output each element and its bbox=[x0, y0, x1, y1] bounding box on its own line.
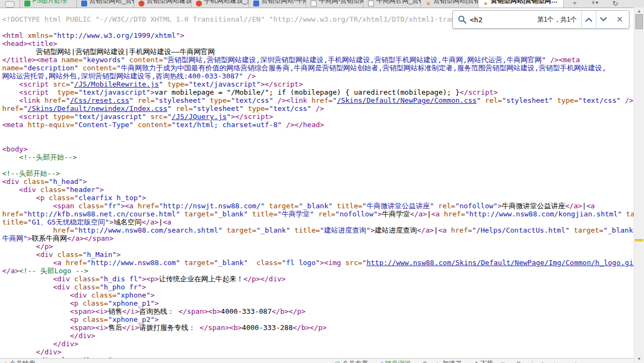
code-token: </b></p> bbox=[272, 307, 306, 315]
tab-3[interactable]: 营销型网站建设_牛… bbox=[134, 0, 192, 8]
tab-5[interactable]: 营销型网站-牛商网 bbox=[249, 0, 306, 8]
code-token: <link bbox=[2, 96, 44, 104]
status-item-gear[interactable]: ⚙ bbox=[423, 359, 429, 363]
code-token: > bbox=[109, 218, 114, 226]
status-item-phone[interactable]: ▯随身浏览 bbox=[380, 359, 411, 363]
find-input[interactable]: <h2 bbox=[470, 16, 537, 24]
status-item-sep[interactable]: | bbox=[531, 359, 535, 363]
code-token bbox=[2, 226, 53, 234]
status-item-circle[interactable]: ◔ bbox=[574, 359, 579, 363]
scroll-up-arrow[interactable]: ▲ bbox=[634, 9, 644, 14]
code-token: <div bbox=[2, 250, 57, 259]
code-token: "text/html; charset=utf-8" bbox=[172, 121, 282, 129]
code-line: <script type="text/javascript">var mobil… bbox=[2, 88, 644, 96]
status-item-gear[interactable]: ⚙ bbox=[516, 359, 523, 363]
code-line: <html xmlns="http://www.w3.org/1999/xhtm… bbox=[2, 31, 644, 39]
code-token: ></script> bbox=[260, 80, 303, 88]
code-token: </b></p> bbox=[293, 324, 327, 332]
code-token: <div bbox=[2, 275, 74, 283]
code-token: /><meta bbox=[546, 56, 580, 64]
dl-icon: ⬇ bbox=[474, 361, 478, 363]
code-token: href= bbox=[451, 226, 472, 234]
page-icon bbox=[311, 1, 317, 6]
find-next-button[interactable] bbox=[596, 11, 610, 28]
scroll-down-arrow[interactable]: ▼ bbox=[634, 357, 644, 362]
code-line: </p> bbox=[2, 242, 644, 250]
find-bar: <h2 第1个，共1个 ✕ bbox=[452, 10, 629, 29]
status-item-arrow[interactable]: ↓ bbox=[553, 359, 557, 363]
code-line: <div class="xphone"> bbox=[2, 291, 644, 299]
status-item-label: 会员专享 bbox=[342, 360, 368, 363]
code-token: target= bbox=[180, 210, 214, 218]
code-token: "nofollow" bbox=[455, 202, 497, 210]
source-link[interactable]: /Css/reset.css bbox=[70, 96, 129, 104]
code-token: <script bbox=[2, 88, 57, 96]
code-line: <div class="h_pho fr"> bbox=[2, 283, 644, 291]
tab-9-active[interactable]: ★营销型网站|营销型网… bbox=[478, 0, 564, 8]
find-previous-button[interactable] bbox=[581, 11, 596, 28]
source-link[interactable]: http://www.nsw88.com/Skins/Default/NewPa… bbox=[366, 259, 638, 267]
tab-8[interactable]: ★营销型网站|营销型… bbox=[421, 0, 478, 8]
code-token: "建站进度查询" bbox=[320, 226, 371, 234]
vertical-scrollbar[interactable]: ▲ ▼ bbox=[634, 8, 644, 363]
code-line: name="description" content="牛商网致力于成为中国最有… bbox=[2, 64, 644, 72]
source-link[interactable]: /Skins/Default/NewPage/Common.css bbox=[337, 96, 476, 104]
code-line: 营销型网站|营销型网站建设|手机网站建设——牛商网官网 bbox=[2, 48, 644, 56]
status-item-rocket[interactable]: ➤加速器 bbox=[436, 359, 462, 363]
chevron-down-icon bbox=[600, 17, 607, 22]
code-line: <script type="text/javascript" src="/JS/… bbox=[2, 113, 644, 121]
code-token: ></script> bbox=[231, 113, 273, 121]
tab-6[interactable]: 牛商网-营销型网站… bbox=[306, 0, 364, 8]
code-token: rel= bbox=[314, 210, 335, 218]
tab-label: PS图片处理 bbox=[32, 0, 67, 5]
status-item-dl[interactable]: ⬇下载 bbox=[474, 359, 493, 363]
source-link[interactable]: /JS/JQuery.js bbox=[172, 113, 227, 121]
code-line: <div class="h_dis fl"><p>让传统企业在网上牛起来！</p… bbox=[2, 275, 644, 283]
code-token: > bbox=[150, 291, 155, 299]
tab-1[interactable]: PS图片处理 bbox=[19, 0, 77, 8]
tab-7[interactable]: 牛商网官网_营销型… bbox=[364, 0, 421, 8]
code-line: </title><meta name="keywords" content="营… bbox=[2, 56, 644, 64]
source-link[interactable]: /Skins/Default/newindex/Index.css bbox=[28, 104, 167, 113]
code-token: <!DOCTYPE html PUBLIC "-//W3C//DTD XHTML… bbox=[2, 15, 515, 23]
status-member-sale[interactable]: ✩会员特卖 bbox=[3, 359, 35, 363]
code-token: "牛商网致力于成为中国最有价值的网络营销综合服务商,牛商网是营销型网站创始者,营… bbox=[116, 64, 606, 72]
code-token: " bbox=[167, 104, 172, 113]
search-icon bbox=[458, 15, 466, 24]
status-item-ring[interactable]: ◯会员专享 bbox=[334, 359, 368, 363]
code-token: "stylesheet" bbox=[155, 96, 206, 104]
code-token: "header" bbox=[65, 186, 100, 194]
code-token: "stylesheet" bbox=[502, 96, 553, 104]
code-token: class= bbox=[40, 186, 65, 194]
tab-2[interactable]: 营销型网站_营销型… bbox=[77, 0, 134, 8]
code-token: <!--头部开始--> bbox=[2, 153, 77, 161]
find-close-button[interactable]: ✕ bbox=[610, 11, 629, 28]
tab-4[interactable]: 手机网站建设_营销… bbox=[192, 0, 249, 8]
code-token: class= bbox=[78, 202, 104, 210]
new-tab-button[interactable]: + bbox=[568, 0, 581, 8]
session-restore-button[interactable]: ↻ bbox=[607, 0, 623, 8]
code-token: content= bbox=[125, 56, 163, 64]
code-token: "_blank" bbox=[214, 210, 248, 218]
code-token: 销售 bbox=[108, 307, 122, 315]
code-token: 网站运营托管,网站外包,深圳营销型网站建设等,咨询热线:400-033-3087… bbox=[2, 72, 243, 80]
code-token: > bbox=[116, 250, 121, 259]
code-token: 让传统企业在网上牛起来！ bbox=[159, 275, 244, 283]
source-link[interactable]: /JS/MobileRewrite.js bbox=[74, 80, 159, 88]
code-token: " bbox=[362, 259, 366, 267]
code-token: "h_head" bbox=[49, 177, 83, 186]
code-token: rel= bbox=[481, 96, 502, 104]
code-token: class= bbox=[49, 194, 74, 202]
status-item-win[interactable]: ▭ bbox=[500, 359, 507, 363]
tab-label: 营销型网站建设_牛… bbox=[147, 0, 192, 5]
code-token: "http://www.nsw88.com/search.shtml" bbox=[74, 226, 222, 234]
gear-icon: ⚙ bbox=[516, 360, 521, 363]
code-token: </div> bbox=[2, 348, 62, 356]
code-token: > bbox=[142, 283, 146, 291]
code-token: "Content-Type" bbox=[74, 121, 134, 129]
tab-list-button[interactable]: ≡▾ bbox=[588, 0, 603, 8]
status-item-arrow[interactable]: ↑ bbox=[541, 359, 546, 363]
code-token: <span bbox=[2, 202, 78, 210]
code-token: " bbox=[227, 113, 231, 121]
scrollbar-thumb[interactable] bbox=[635, 14, 643, 29]
